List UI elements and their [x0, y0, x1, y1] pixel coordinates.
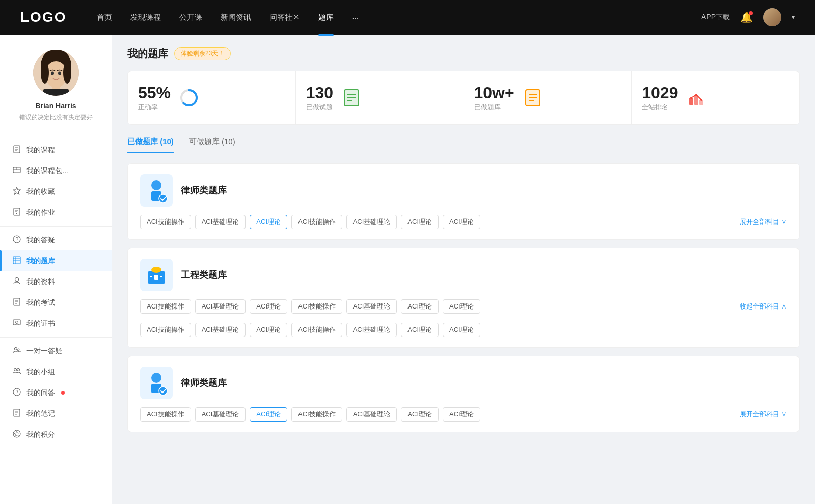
tag-2-2[interactable]: ACI理论	[250, 407, 287, 422]
tag-2-6[interactable]: ACI理论	[443, 407, 480, 422]
one-on-one-icon	[12, 346, 21, 356]
tag2-1-0[interactable]: ACI技能操作	[140, 323, 191, 337]
sidebar-item-points[interactable]: 我的积分	[0, 424, 112, 445]
user-avatar[interactable]	[763, 8, 781, 26]
bank-card-2: 工程类题库 ACI技能操作ACI基础理论ACI理论ACI技能操作ACI基础理论A…	[127, 248, 800, 348]
star-icon	[12, 187, 21, 197]
accuracy-icon	[179, 88, 199, 108]
done-questions-icon	[341, 88, 362, 108]
bank-icon-1	[140, 174, 173, 207]
groups-icon	[12, 367, 21, 377]
avatar-image	[763, 8, 781, 26]
sidebar: Brian Harris 错误的决定比没有决定要好 我的课程 我的课程包...	[0, 35, 112, 504]
avatar-illustration	[33, 50, 79, 96]
tag-0-5[interactable]: ACI理论	[401, 215, 439, 229]
tag-2-5[interactable]: ACI理论	[401, 407, 439, 422]
sidebar-divider-1	[0, 226, 112, 227]
qa-notification-dot	[61, 391, 65, 395]
nav-qa[interactable]: 问答社区	[269, 13, 300, 22]
sidebar-item-my-courses[interactable]: 我的课程	[0, 139, 112, 160]
sidebar-item-homework[interactable]: 我的作业	[0, 202, 112, 223]
tag2-1-4[interactable]: ACI基础理论	[346, 323, 397, 337]
sidebar-item-course-packages[interactable]: 我的课程包...	[0, 160, 112, 181]
avatar-chevron-icon[interactable]: ▾	[792, 14, 795, 21]
tag-1-2[interactable]: ACI理论	[250, 299, 287, 314]
stat-rank: 1029 全站排名	[632, 71, 799, 124]
navbar: LOGO 首页 发现课程 公开课 新闻资讯 问答社区 题库 ··· APP下载 …	[0, 0, 815, 35]
tag2-1-5[interactable]: ACI理论	[401, 323, 439, 337]
sidebar-item-exams[interactable]: 我的考试	[0, 292, 112, 313]
tag2-1-3[interactable]: ACI技能操作	[291, 323, 342, 337]
stats-row: 55% 正确率 130 已做试题	[127, 71, 800, 125]
tag-1-1[interactable]: ACI基础理论	[195, 299, 246, 314]
expand-link-0[interactable]: 展开全部科目 ∨	[740, 217, 787, 227]
svg-rect-31	[13, 320, 20, 325]
sidebar-item-groups[interactable]: 我的小组	[0, 361, 112, 382]
stat-done-questions: 130 已做试题	[296, 71, 464, 124]
tag-0-0[interactable]: ACI技能操作	[140, 215, 191, 229]
tab-done-banks[interactable]: 已做题库 (10)	[127, 137, 174, 153]
qa-icon: ?	[12, 235, 21, 245]
packages-icon	[12, 166, 21, 176]
tag-1-0[interactable]: ACI技能操作	[140, 299, 191, 314]
nav-more[interactable]: ···	[352, 13, 359, 22]
nav-open-course[interactable]: 公开课	[179, 13, 202, 22]
tag-1-6[interactable]: ACI理论	[443, 299, 480, 314]
tag-2-3[interactable]: ACI技能操作	[291, 407, 342, 422]
bank-cards-container: 律师类题库 ACI技能操作ACI基础理论ACI理论ACI技能操作ACI基础理论A…	[127, 163, 800, 432]
tag-0-1[interactable]: ACI基础理论	[195, 215, 246, 229]
done-questions-label: 已做试题	[306, 103, 333, 111]
svg-rect-71	[154, 275, 158, 280]
svg-point-62	[690, 97, 692, 99]
svg-point-65	[151, 180, 161, 190]
tag-2-1[interactable]: ACI基础理论	[195, 407, 246, 422]
courses-icon	[12, 145, 21, 155]
svg-text:?: ?	[16, 237, 19, 242]
done-questions-value: 130	[306, 83, 333, 102]
sidebar-item-profile[interactable]: 我的资料	[0, 271, 112, 292]
svg-point-37	[14, 369, 17, 371]
sidebar-item-my-qa[interactable]: ? 我的问答	[0, 382, 112, 403]
tab-available-banks[interactable]: 可做题库 (10)	[189, 137, 235, 153]
sidebar-item-certificate[interactable]: 我的证书	[0, 313, 112, 334]
svg-point-63	[695, 94, 697, 96]
nav-courses[interactable]: 发现课程	[130, 13, 161, 22]
tag-0-4[interactable]: ACI基础理论	[346, 215, 397, 229]
notification-bell[interactable]: 🔔	[740, 11, 753, 23]
sidebar-item-question-bank[interactable]: 我的题库	[0, 250, 112, 271]
rank-icon	[686, 88, 707, 108]
nav-bank[interactable]: 题库	[318, 13, 334, 22]
svg-point-26	[15, 278, 19, 282]
tag-1-3[interactable]: ACI技能操作	[291, 299, 342, 314]
sidebar-item-favorites[interactable]: 我的收藏	[0, 181, 112, 202]
bank-card-header-2: 工程类题库	[140, 259, 787, 291]
tag2-1-6[interactable]: ACI理论	[443, 323, 480, 337]
done-banks-value: 10w+	[474, 83, 514, 102]
rank-label: 全站排名	[642, 103, 668, 111]
svg-point-64	[700, 99, 702, 101]
bank-icon-2	[140, 259, 173, 291]
bank-card-1: 律师类题库 ACI技能操作ACI基础理论ACI理论ACI技能操作ACI基础理论A…	[127, 163, 800, 240]
tag-1-4[interactable]: ACI基础理论	[346, 299, 397, 314]
expand-link-1[interactable]: 收起全部科目 ∧	[740, 302, 787, 311]
nav-home[interactable]: 首页	[97, 13, 112, 22]
sidebar-item-qa[interactable]: ? 我的答疑	[0, 230, 112, 250]
svg-point-38	[17, 369, 20, 371]
stat-accuracy: 55% 正确率	[128, 71, 296, 124]
tag-0-6[interactable]: ACI理论	[443, 215, 480, 229]
tag-1-5[interactable]: ACI理论	[401, 299, 439, 314]
tags-row1-1: ACI技能操作ACI基础理论ACI理论ACI技能操作ACI基础理论ACI理论AC…	[140, 299, 787, 314]
tag-2-4[interactable]: ACI基础理论	[346, 407, 397, 422]
sidebar-item-notes[interactable]: 我的笔记	[0, 403, 112, 424]
nav-news[interactable]: 新闻资讯	[221, 13, 251, 22]
tag-0-3[interactable]: ACI技能操作	[291, 215, 342, 229]
tag-0-2[interactable]: ACI理论	[250, 215, 287, 229]
expand-link-2[interactable]: 展开全部科目 ∨	[740, 410, 787, 419]
page-header: 我的题库 体验剩余23天！	[127, 47, 800, 61]
tag2-1-1[interactable]: ACI基础理论	[195, 323, 246, 337]
tag-2-0[interactable]: ACI技能操作	[140, 407, 191, 422]
sidebar-item-one-on-one[interactable]: 一对一答疑	[0, 341, 112, 361]
tag2-1-2[interactable]: ACI理论	[250, 323, 287, 337]
trial-badge: 体验剩余23天！	[174, 47, 231, 60]
app-download[interactable]: APP下载	[701, 13, 730, 22]
